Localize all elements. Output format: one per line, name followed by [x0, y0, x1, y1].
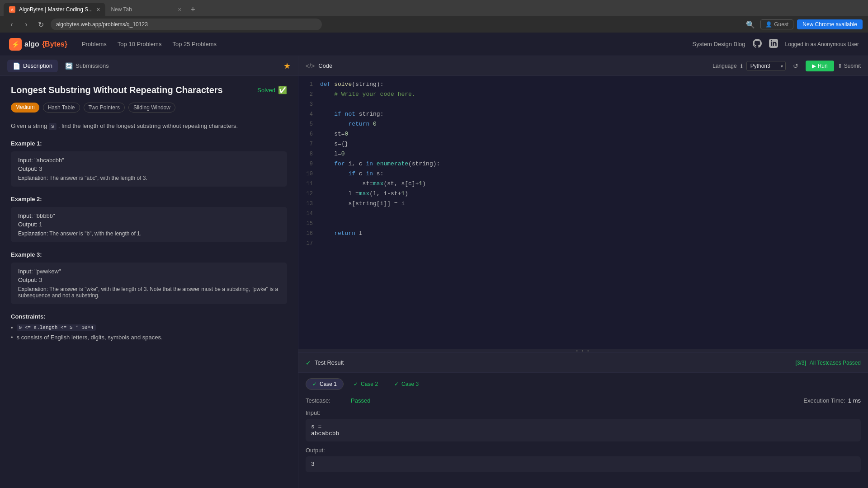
- tab-close-button[interactable]: ×: [96, 6, 100, 13]
- problems-link[interactable]: Problems: [82, 41, 107, 47]
- test-result-title: Test Result: [315, 359, 344, 366]
- address-bar: ‹ › ↻ 🔍 👤 Guest New Chrome available: [0, 16, 868, 33]
- tag-two-pointers[interactable]: Two Pointers: [84, 103, 125, 113]
- problem-description: Given a string s , find the length of th…: [11, 122, 287, 131]
- submit-button[interactable]: ⬆ Submit: [838, 63, 861, 69]
- guest-icon: 👤: [765, 21, 772, 28]
- new-tab-button[interactable]: +: [187, 3, 199, 16]
- guest-label: Guest: [774, 21, 788, 28]
- submissions-tab-label: Submissions: [75, 62, 109, 69]
- test-case-3-tab[interactable]: ✓ Case 3: [388, 378, 425, 390]
- code-line-7: 7 s={}: [298, 139, 868, 149]
- test-case-2-tab[interactable]: ✓ Case 2: [347, 378, 384, 390]
- test-content: ✓ Case 1 ✓ Case 2 ✓ Case 3 Tes: [298, 373, 868, 488]
- logged-in-text: Logged in as Anonymous User: [785, 41, 859, 47]
- back-button[interactable]: ‹: [5, 18, 18, 31]
- solved-label: Solved: [257, 87, 275, 94]
- test-input-section: Input: s = abcabcbb: [306, 409, 861, 441]
- line-num-3: 3: [298, 100, 320, 109]
- reset-code-button[interactable]: ↺: [789, 60, 802, 72]
- github-icon[interactable]: [753, 39, 762, 50]
- line-num-6: 6: [298, 130, 320, 139]
- right-panel: </> Code Language ℹ Python3 JavaScript J…: [298, 56, 868, 488]
- forward-button[interactable]: ›: [20, 18, 33, 31]
- execution-time-value: 1 ms: [848, 397, 861, 404]
- language-select-wrapper[interactable]: Python3 JavaScript Java C++: [746, 61, 786, 71]
- refresh-button[interactable]: ↻: [34, 18, 47, 31]
- chrome-update-button[interactable]: New Chrome available: [797, 19, 863, 29]
- star-button[interactable]: ★: [283, 61, 291, 71]
- top25-link[interactable]: Top 25 Problems: [172, 41, 217, 47]
- constraints-section: Constraints: • 0 <= s.length <= 5 * 10^4…: [11, 313, 287, 341]
- example-2-explanation: Explanation: The answer is "b", with the…: [18, 230, 280, 237]
- inactive-tab[interactable]: New Tab ×: [105, 3, 187, 16]
- example-2-output: Output: 1: [18, 221, 280, 228]
- top10-link[interactable]: Top 10 Problems: [118, 41, 162, 47]
- line-content-12: l =max(l, i-st+1): [320, 189, 408, 198]
- code-editor[interactable]: 1 def solve(string): 2 # Write your code…: [298, 76, 868, 349]
- line-content-10: if c in s:: [320, 169, 383, 178]
- guest-button[interactable]: 👤 Guest: [760, 19, 793, 29]
- description-tab-icon: 📄: [13, 62, 20, 70]
- line-num-5: 5: [298, 120, 320, 129]
- line-content-1: def solve(string):: [320, 80, 383, 89]
- code-line-11: 11 st=max(st, s[c]+1): [298, 179, 868, 189]
- example-3-box: Input: "pwwkew" Output: 3 Explanation: T…: [11, 263, 287, 304]
- tab-description[interactable]: 📄 Description: [7, 60, 58, 72]
- example-1-box: Input: "abcabcbb" Output: 3 Explanation:…: [11, 151, 287, 187]
- line-num-14: 14: [298, 209, 320, 218]
- code-line-15: 15: [298, 219, 868, 229]
- code-line-12: 12 l =max(l, i-st+1): [298, 189, 868, 199]
- code-line-14: 14: [298, 209, 868, 219]
- example-2: Example 2: Input: "bbbbb" Output: 1 Expl…: [11, 196, 287, 242]
- code-line-4: 4 if not string:: [298, 109, 868, 119]
- main-content: 📄 Description 🔄 Submissions ★ Longest Su…: [0, 56, 868, 488]
- tag-sliding-window[interactable]: Sliding Window: [128, 103, 175, 113]
- line-num-9: 9: [298, 160, 320, 169]
- line-num-16: 16: [298, 229, 320, 238]
- line-num-10: 10: [298, 169, 320, 178]
- logo[interactable]: ⚡ algo {Bytes}: [9, 38, 67, 51]
- tab-close-button-2[interactable]: ×: [178, 6, 181, 13]
- code-brackets-icon: </>: [306, 62, 315, 70]
- top-nav: ⚡ algo {Bytes} Problems Top 10 Problems …: [0, 33, 868, 56]
- line-content-7: s={}: [320, 140, 348, 149]
- tab-bar: A AlgoBytes | Master Coding S... × New T…: [0, 0, 868, 16]
- case-3-check-icon: ✓: [394, 381, 399, 387]
- run-button[interactable]: ▶ Run: [806, 61, 834, 71]
- example-3-title: Example 3:: [11, 251, 287, 258]
- panel-tabs: 📄 Description 🔄 Submissions ★: [0, 56, 298, 76]
- search-button[interactable]: 🔍: [744, 18, 757, 31]
- active-tab[interactable]: A AlgoBytes | Master Coding S... ×: [4, 3, 105, 16]
- url-bar[interactable]: [51, 19, 322, 30]
- submissions-tab-icon: 🔄: [65, 62, 73, 70]
- browser-chrome: A AlgoBytes | Master Coding S... × New T…: [0, 0, 868, 33]
- testcase-status-value: Passed: [351, 397, 370, 404]
- code-line-8: 8 l=0: [298, 149, 868, 159]
- constraints-title: Constraints:: [11, 313, 287, 320]
- linkedin-icon[interactable]: [769, 39, 778, 50]
- line-content-4: if not string:: [320, 110, 383, 119]
- app-container: ⚡ algo {Bytes} Problems Top 10 Problems …: [0, 33, 868, 488]
- submit-label: Submit: [844, 63, 861, 69]
- constraint-1: • 0 <= s.length <= 5 * 10^4: [11, 324, 287, 331]
- language-select[interactable]: Python3 JavaScript Java C++: [746, 61, 786, 71]
- tag-hash-table[interactable]: Hash Table: [43, 103, 80, 113]
- system-design-link[interactable]: System Design Blog: [693, 41, 745, 47]
- line-num-11: 11: [298, 179, 320, 188]
- test-case-1-tab[interactable]: ✓ Case 1: [306, 378, 344, 390]
- line-content-11: st=max(st, s[c]+1): [320, 179, 426, 188]
- code-line-3: 3: [298, 99, 868, 109]
- line-content-6: st=0: [320, 130, 348, 139]
- panel-divider[interactable]: • • •: [298, 349, 868, 352]
- info-icon[interactable]: ℹ: [741, 63, 743, 69]
- line-num-4: 4: [298, 110, 320, 119]
- output-box: 3: [306, 456, 861, 472]
- tab-submissions[interactable]: 🔄 Submissions: [60, 60, 114, 72]
- tag-medium[interactable]: Medium: [11, 103, 39, 113]
- input-box: s = abcabcbb: [306, 419, 861, 441]
- solved-check-icon: ✅: [278, 86, 287, 94]
- logo-text: algo: [24, 40, 39, 48]
- line-content-9: for i, c in enumerate(string):: [320, 160, 440, 169]
- example-2-box: Input: "bbbbb" Output: 1 Explanation: Th…: [11, 207, 287, 242]
